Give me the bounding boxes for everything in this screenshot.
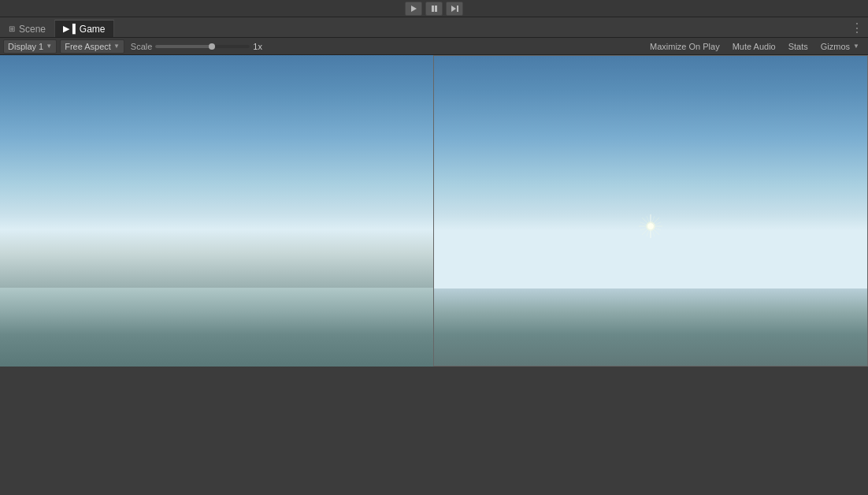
svg-point-13	[647, 223, 654, 229]
tab-bar: ⊞ Scene ▶▐ Game ⋮	[0, 17, 868, 38]
play-button[interactable]	[405, 2, 422, 16]
svg-rect-4	[457, 6, 458, 12]
scale-thumb[interactable]	[209, 43, 215, 50]
game-view[interactable]	[433, 55, 868, 367]
play-controls	[405, 2, 463, 16]
game-tab-label: Game	[80, 24, 106, 35]
top-toolbar	[0, 0, 868, 17]
viewport-area[interactable]	[0, 55, 868, 495]
svg-marker-3	[451, 6, 456, 12]
step-button[interactable]	[446, 2, 463, 16]
scene-icon: ⊞	[9, 24, 15, 33]
game-sky	[434, 56, 867, 288]
aspect-dropdown[interactable]: Free Aspect ▼	[60, 39, 124, 54]
svg-rect-2	[435, 6, 437, 12]
svg-rect-1	[432, 6, 434, 12]
scene-ground	[0, 288, 433, 367]
gizmos-arrow-icon: ▼	[853, 43, 859, 50]
mute-audio-button[interactable]: Mute Audio	[727, 39, 781, 54]
game-icon: ▶▐	[63, 24, 76, 34]
gizmos-button[interactable]: Gizmos ▼	[815, 39, 865, 54]
sun-rays-svg	[639, 214, 662, 238]
scene-sky	[0, 55, 433, 288]
sun-icon	[639, 214, 662, 238]
scale-slider[interactable]	[155, 45, 250, 48]
scene-dark	[0, 367, 433, 495]
game-tab[interactable]: ▶▐ Game	[54, 20, 113, 37]
gizmos-label: Gizmos	[821, 42, 850, 51]
options-bar: Display 1 ▼ Free Aspect ▼ Scale 1x Maxim…	[0, 38, 868, 55]
display-label: Display 1	[8, 42, 43, 51]
display-arrow-icon: ▼	[46, 43, 52, 50]
options-right: Maximize On Play Mute Audio Stats Gizmos…	[644, 39, 865, 54]
tab-more-button[interactable]: ⋮	[851, 20, 863, 35]
aspect-arrow-icon: ▼	[113, 43, 120, 50]
maximize-on-play-button[interactable]: Maximize On Play	[644, 39, 725, 54]
stats-button[interactable]: Stats	[783, 39, 814, 54]
aspect-label: Free Aspect	[65, 42, 111, 51]
svg-marker-0	[411, 6, 417, 12]
scale-label: Scale	[131, 42, 153, 51]
scale-track	[155, 45, 212, 48]
display-dropdown[interactable]: Display 1 ▼	[3, 39, 57, 54]
scale-slider-container	[155, 45, 250, 48]
scale-value: 1x	[253, 42, 262, 51]
pause-button[interactable]	[425, 2, 443, 16]
below-game-area	[433, 367, 868, 495]
scene-tab-label: Scene	[19, 24, 46, 35]
scene-tab[interactable]: ⊞ Scene	[0, 20, 54, 37]
game-ground	[434, 288, 867, 366]
